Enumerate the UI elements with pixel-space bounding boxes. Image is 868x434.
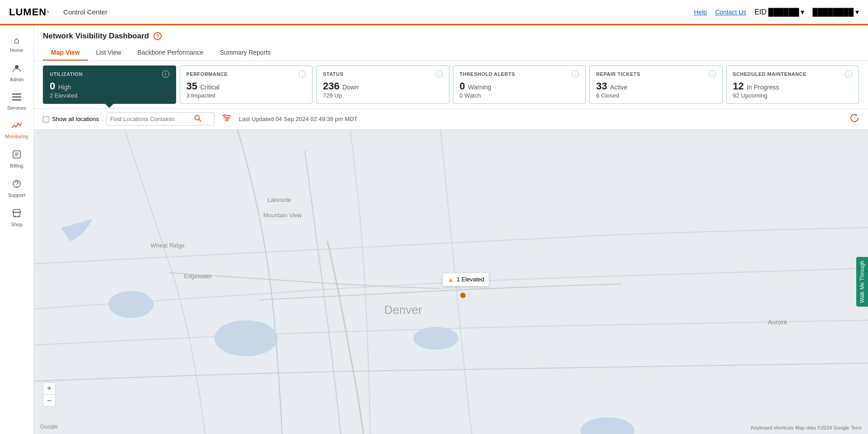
content-area: Network Visibility Dashboard ? Map View … bbox=[34, 25, 868, 434]
user-chevron: ▾ bbox=[855, 8, 859, 16]
svg-line-14 bbox=[199, 120, 201, 122]
filter-icon[interactable] bbox=[222, 114, 232, 124]
nav-right: Help Contact Us EID ██████ ▾ ████████ ▾ bbox=[694, 8, 859, 16]
map-label-denver: Denver bbox=[384, 303, 422, 317]
sidebar-item-services[interactable]: Services bbox=[0, 88, 33, 116]
repair-sub2: 6 Closed bbox=[596, 92, 716, 99]
threshold-sub2: 0 Watch bbox=[460, 92, 579, 99]
map-attribution: Google bbox=[40, 423, 58, 430]
top-nav: LUMEN· Control Center Help Contact Us EI… bbox=[0, 0, 868, 25]
map-label-aurora: Aurora bbox=[768, 318, 787, 326]
tab-map-view[interactable]: Map View bbox=[43, 45, 88, 61]
performance-sub2: 3 Impacted bbox=[187, 92, 306, 99]
status-info[interactable]: i bbox=[435, 70, 443, 78]
sidebar-label-billing: Billing bbox=[10, 163, 23, 168]
stat-threshold[interactable]: THRESHOLD ALERTS i 0 Warning 0 Watch bbox=[453, 65, 586, 104]
svg-point-18 bbox=[224, 115, 226, 117]
zoom-controls: + − bbox=[43, 383, 56, 407]
show-locations-toggle[interactable]: Show all locations bbox=[43, 116, 99, 122]
repair-value: 33 Active bbox=[596, 80, 716, 92]
stat-repair[interactable]: REPAIR TICKETS i 33 Active 6 Closed bbox=[589, 65, 723, 104]
nav-left: LUMEN· Control Center bbox=[9, 6, 107, 18]
utilization-sub1: High bbox=[58, 84, 71, 91]
sidebar-label-support: Support bbox=[8, 192, 26, 198]
zoom-in-button[interactable]: + bbox=[43, 383, 55, 395]
show-locations-checkbox[interactable] bbox=[43, 116, 49, 122]
sidebar-item-admin[interactable]: Admin bbox=[0, 58, 33, 88]
tab-list-view[interactable]: List View bbox=[88, 45, 130, 61]
dashboard-title: Network Visibility Dashboard bbox=[43, 32, 149, 41]
help-icon[interactable]: ? bbox=[154, 32, 162, 40]
help-link[interactable]: Help bbox=[694, 9, 707, 16]
svg-point-23 bbox=[215, 320, 278, 356]
stat-maintenance[interactable]: SCHEDULED MAINTENANCE i 12 In Progress 9… bbox=[726, 65, 859, 104]
performance-info[interactable]: i bbox=[299, 70, 306, 78]
sidebar-item-home[interactable]: ⌂ Home bbox=[0, 30, 33, 58]
svg-point-12 bbox=[18, 216, 19, 217]
contact-link[interactable]: Contact Us bbox=[715, 9, 746, 16]
eid-value: ██████ bbox=[768, 8, 799, 16]
walk-me-through-button[interactable]: Walk Me Through bbox=[856, 257, 868, 307]
map-label-wheatridge: Wheat Ridge bbox=[151, 242, 185, 249]
tooltip-text: 1 Elevated bbox=[457, 276, 484, 283]
app-title: Control Center bbox=[63, 8, 107, 16]
svg-rect-3 bbox=[12, 99, 21, 101]
tabs: Map View List View Backbone Performance … bbox=[43, 45, 859, 61]
svg-rect-1 bbox=[12, 93, 21, 95]
maintenance-info[interactable]: i bbox=[845, 70, 852, 78]
stat-status[interactable]: STATUS i 236 Down 729 Up bbox=[316, 65, 449, 104]
svg-rect-10 bbox=[14, 212, 20, 217]
repair-info[interactable]: i bbox=[709, 70, 716, 78]
utilization-info[interactable]: i bbox=[162, 70, 169, 78]
utilization-arrow bbox=[105, 103, 114, 108]
repair-sub1: Active bbox=[610, 84, 627, 91]
home-icon: ⌂ bbox=[14, 35, 19, 46]
walk-me-through-container: Walk Me Through bbox=[856, 257, 868, 307]
maintenance-sub2: 92 Upcoming bbox=[733, 92, 853, 99]
stat-utilization[interactable]: UTILIZATION i 0 High 2 Elevated bbox=[43, 65, 176, 104]
performance-value: 35 Critical bbox=[187, 80, 306, 92]
monitoring-icon bbox=[12, 121, 22, 132]
support-icon bbox=[12, 179, 21, 191]
performance-label: PERFORMANCE bbox=[187, 71, 228, 77]
lumen-logo: LUMEN· bbox=[9, 6, 50, 18]
status-sub2: 729 Up bbox=[323, 92, 443, 99]
maintenance-label: SCHEDULED MAINTENANCE bbox=[733, 71, 807, 77]
zoom-out-button[interactable]: − bbox=[43, 395, 55, 406]
sidebar-item-support[interactable]: Support bbox=[0, 174, 33, 203]
map-container[interactable]: Lakeside Mountain View Wheat Ridge Edgew… bbox=[34, 130, 868, 434]
search-input[interactable] bbox=[110, 116, 191, 122]
map-label-mountainview: Mountain View bbox=[263, 212, 302, 219]
status-sub1: Down bbox=[342, 84, 359, 91]
svg-rect-2 bbox=[12, 97, 21, 98]
utilization-sub2: 2 Elevated bbox=[50, 92, 169, 99]
refresh-icon[interactable] bbox=[850, 113, 859, 125]
repair-label: REPAIR TICKETS bbox=[596, 71, 640, 77]
sidebar-item-shop[interactable]: Shop bbox=[0, 203, 33, 233]
svg-point-13 bbox=[195, 116, 200, 120]
stat-performance[interactable]: PERFORMANCE i 35 Critical 3 Impacted bbox=[180, 65, 313, 104]
threshold-sub1: Warning bbox=[468, 84, 491, 91]
toolbar: Show all locations Last Updated 04 Sep 2… bbox=[34, 109, 868, 130]
user-dropdown[interactable]: ████████ ▾ bbox=[812, 8, 859, 16]
svg-point-0 bbox=[15, 65, 19, 69]
marker-dot[interactable] bbox=[460, 293, 466, 298]
tab-summary[interactable]: Summary Reports bbox=[212, 45, 279, 61]
sidebar-item-billing[interactable]: Billing bbox=[0, 145, 33, 174]
sidebar-item-monitoring[interactable]: Monitoring bbox=[0, 116, 33, 145]
map-copyright: Keyboard shortcuts Map data ©2024 Google… bbox=[751, 425, 862, 430]
eid-dropdown[interactable]: EID ██████ ▾ bbox=[755, 8, 805, 16]
last-updated: Last Updated 04 Sep 2024 02:49:38 pm MDT bbox=[239, 116, 357, 122]
svg-text:Google: Google bbox=[40, 424, 58, 429]
status-label: STATUS bbox=[323, 71, 343, 77]
sidebar: ⌂ Home Admin Services Monitoring Billi bbox=[0, 25, 34, 434]
admin-icon bbox=[12, 64, 21, 75]
threshold-info[interactable]: i bbox=[572, 70, 579, 78]
status-value: 236 Down bbox=[323, 80, 443, 92]
tab-backbone[interactable]: Backbone Performance bbox=[129, 45, 211, 61]
warning-triangle-icon: ▲ bbox=[448, 276, 454, 283]
threshold-value: 0 Warning bbox=[460, 80, 579, 92]
svg-point-11 bbox=[15, 216, 16, 217]
search-icon[interactable] bbox=[194, 115, 201, 123]
eid-label: EID bbox=[755, 8, 767, 16]
